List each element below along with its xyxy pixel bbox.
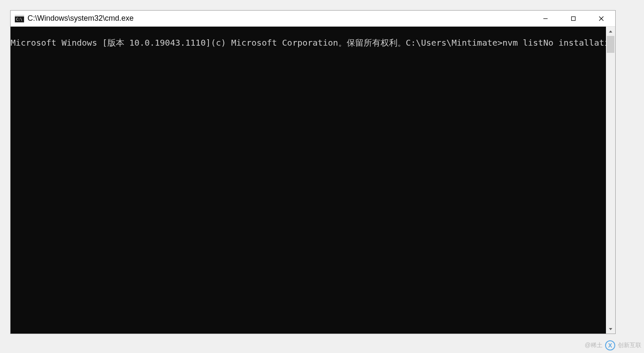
console-line: (c) Microsoft Corporation。保留所有权利。 [211,38,406,48]
titlebar[interactable]: C:\ C:\Windows\system32\cmd.exe [11,11,615,27]
minimize-icon [543,16,548,21]
svg-text:C:\: C:\ [16,18,22,22]
scrollbar-track[interactable] [606,36,615,324]
console-output[interactable]: Microsoft Windows [版本 10.0.19043.1110](c… [11,27,606,334]
close-button[interactable] [587,11,615,26]
scrollbar-up-arrow-icon[interactable] [606,27,615,36]
console-area: Microsoft Windows [版本 10.0.19043.1110](c… [11,27,615,334]
watermark: @稀土 X 创新互联 [585,340,641,350]
vertical-scrollbar[interactable] [606,27,615,334]
watermark-badge-icon: X [605,340,615,350]
window-controls [532,11,615,26]
maximize-icon [571,16,576,21]
window-title: C:\Windows\system32\cmd.exe [27,14,532,23]
console-line: No installations recognized. [543,38,606,48]
scrollbar-thumb[interactable] [607,36,614,53]
svg-rect-4 [572,16,575,20]
console-line: Microsoft Windows [版本 10.0.19043.1110] [11,38,211,48]
scrollbar-down-arrow-icon[interactable] [606,324,615,334]
cmd-icon: C:\ [15,15,24,22]
console-line: C:\Users\Mintimate>nvm list [406,38,543,48]
watermark-text: 创新互联 [618,342,641,349]
maximize-button[interactable] [559,11,587,26]
svg-rect-1 [15,15,24,16]
minimize-button[interactable] [532,11,559,26]
watermark-prefix: @稀土 [585,342,603,349]
cmd-window: C:\ C:\Windows\system32\cmd.exe [10,10,616,334]
close-icon [598,16,604,22]
